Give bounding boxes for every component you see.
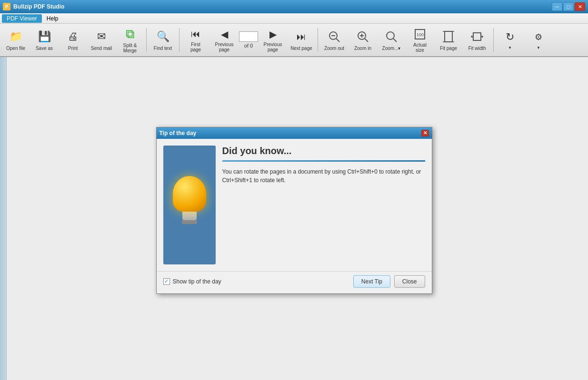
page-number-group: of 0	[239, 31, 258, 49]
svg-line-8	[393, 39, 397, 42]
minimize-button[interactable]: ─	[552, 2, 562, 11]
next-tip-button[interactable]: Next Tip	[353, 275, 390, 287]
menu-pdf-viewer[interactable]: PDF Viewer	[2, 14, 42, 23]
find-icon: 🔍	[155, 29, 170, 44]
rotate-button[interactable]: ↻ ▼	[496, 25, 524, 55]
previous-page-icon: ◀	[217, 28, 232, 40]
page-number-input[interactable]	[239, 31, 258, 42]
dialog-tip-text: You can rotate the pages in a document b…	[222, 167, 425, 184]
extra-icon: ⚙	[531, 29, 546, 45]
title-bar-left: P Bullzip PDF Studio	[3, 3, 64, 10]
fit-width-icon	[469, 29, 485, 44]
zoom-in-button[interactable]: Zoom in	[349, 25, 377, 55]
tip-dialog: Tip of the day ✕ Did you know...	[156, 127, 432, 293]
zoom-in-icon	[355, 29, 370, 44]
find-text-label: Find text	[154, 46, 172, 51]
title-bar: P Bullzip PDF Studio ─ □ ✕	[0, 0, 588, 13]
title-bar-controls: ─ □ ✕	[552, 2, 585, 11]
zoom-out-label: Zoom out	[324, 46, 344, 51]
rotate-icon: ↻	[502, 29, 518, 45]
zoom-in-label: Zoom in	[354, 46, 371, 51]
svg-marker-19	[471, 35, 472, 38]
first-page-icon: ⏮	[188, 28, 203, 40]
extra-button[interactable]: ⚙ ▼	[525, 25, 552, 55]
dialog-title-bar: Tip of the day ✕	[157, 127, 432, 138]
menu-help[interactable]: Help	[42, 14, 63, 23]
checkbox-check-icon: ✓	[164, 278, 169, 284]
open-file-button[interactable]: 📁 Open file	[2, 25, 30, 55]
first-page-label: Firstpage	[190, 42, 201, 52]
next-page-button[interactable]: ▶ Previous page	[259, 25, 287, 55]
main-content: Tip of the day ✕ Did you know...	[0, 57, 588, 380]
save-as-button[interactable]: 💾 Save as	[30, 25, 58, 55]
last-page-button[interactable]: ⏭ Next page	[288, 25, 315, 55]
split-icon: ⧉	[122, 27, 138, 41]
next-page-icon: ▶	[265, 28, 280, 40]
send-mail-button[interactable]: ✉ Send mail	[88, 25, 115, 55]
first-page-button[interactable]: ⏮ Firstpage	[182, 25, 209, 55]
split-merge-button[interactable]: ⧉ Split &Merge	[116, 25, 144, 55]
dialog-backdrop: Tip of the day ✕ Did you know...	[0, 57, 588, 380]
lightbulb-illustration	[173, 176, 206, 224]
show-tips-checkbox[interactable]: ✓	[163, 278, 170, 284]
send-mail-label: Send mail	[91, 46, 112, 51]
dialog-close-x-button[interactable]: ✕	[421, 129, 429, 136]
rotate-dropdown: ▼	[508, 46, 512, 50]
dialog-divider	[222, 160, 425, 161]
fit-page-icon	[441, 29, 456, 44]
zoom-out-icon	[327, 29, 342, 44]
fit-page-label: Fit page	[440, 46, 457, 51]
mail-icon: ✉	[94, 29, 109, 44]
split-merge-label: Split &Merge	[123, 43, 137, 53]
dialog-footer-right: Next Tip Close	[353, 275, 425, 287]
find-text-button[interactable]: 🔍 Find text	[149, 25, 177, 55]
svg-line-2	[336, 39, 339, 42]
previous-page-button[interactable]: ◀ Previouspage	[210, 25, 238, 55]
dialog-body: Did you know... You can rotate the pages…	[157, 138, 432, 271]
svg-marker-20	[482, 35, 483, 38]
actual-size-icon: 100	[412, 28, 428, 41]
separator-2	[179, 28, 179, 52]
svg-point-7	[387, 32, 394, 39]
folder-icon: 📁	[8, 29, 23, 44]
dialog-footer-left: ✓ Show tip of the day	[163, 278, 221, 284]
menu-bar: PDF Viewer Help	[0, 13, 588, 24]
save-as-label: Save as	[36, 46, 53, 51]
print-button[interactable]: 🖨 Print	[59, 25, 87, 55]
bulb-base	[182, 220, 197, 224]
svg-rect-11	[445, 31, 452, 42]
last-page-label: Next page	[290, 46, 312, 51]
extra-dropdown: ▼	[537, 46, 540, 50]
dialog-image	[163, 145, 216, 264]
next-page-label: Previous page	[260, 42, 285, 52]
last-page-icon: ⏭	[294, 29, 309, 44]
separator-4	[493, 28, 494, 52]
toolbar: 📁 Open file 💾 Save as 🖨 Print ✉ Send mai…	[0, 24, 588, 57]
separator-1	[146, 28, 147, 52]
actual-size-button[interactable]: 100 Actualsize	[406, 25, 434, 55]
svg-line-6	[365, 39, 368, 42]
print-label: Print	[68, 46, 78, 51]
close-dialog-button[interactable]: Close	[394, 275, 425, 287]
restore-button[interactable]: □	[563, 2, 574, 11]
total-pages: of 0	[244, 43, 253, 49]
svg-text:100: 100	[417, 32, 424, 37]
previous-page-label: Previouspage	[215, 42, 234, 52]
zoom-dropdown-button[interactable]: Zoom...▾	[378, 25, 405, 55]
bulb-body	[173, 176, 206, 212]
fit-width-button[interactable]: Fit width	[463, 25, 491, 55]
bulb-neck	[182, 212, 197, 220]
print-icon: 🖨	[65, 29, 80, 44]
close-window-button[interactable]: ✕	[575, 2, 585, 11]
app-title: Bullzip PDF Studio	[13, 3, 64, 10]
actual-size-label: Actualsize	[413, 42, 427, 53]
dialog-title: Tip of the day	[159, 129, 197, 136]
dialog-footer: ✓ Show tip of the day Next Tip Close	[157, 271, 432, 293]
zoom-out-button[interactable]: Zoom out	[320, 25, 348, 55]
dialog-heading: Did you know...	[222, 145, 425, 156]
fit-width-label: Fit width	[468, 46, 486, 51]
fit-page-button[interactable]: Fit page	[435, 25, 462, 55]
zoom-dropdown-icon	[384, 29, 399, 44]
save-icon: 💾	[37, 29, 52, 44]
app-icon: P	[3, 3, 10, 10]
